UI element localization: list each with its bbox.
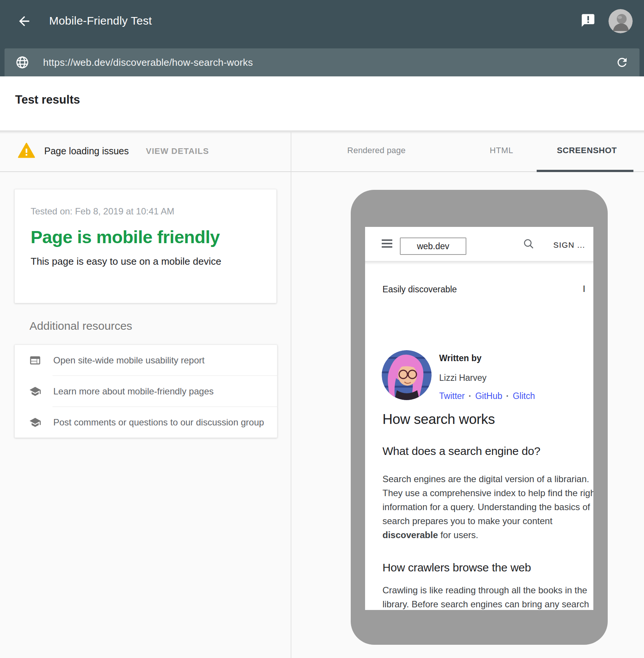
warning-icon bbox=[17, 141, 36, 160]
school-icon bbox=[29, 416, 41, 428]
refresh-icon[interactable] bbox=[615, 56, 629, 69]
github-link: GitHub bbox=[475, 391, 502, 401]
panel-divider bbox=[291, 130, 291, 658]
author-avatar bbox=[382, 350, 432, 400]
article-paragraph-2: Crawling is like reading through all the… bbox=[382, 583, 587, 610]
url-bar[interactable]: https://web.dev/discoverable/how-search-… bbox=[5, 48, 639, 76]
title-band: Test results bbox=[0, 76, 644, 130]
article-heading-2: How crawlers browse the web bbox=[382, 561, 531, 574]
verdict-heading: Page is mobile friendly bbox=[31, 227, 263, 247]
tab-rendered-page[interactable]: Rendered page bbox=[325, 146, 428, 155]
warning-label: Page loading issues bbox=[44, 146, 129, 157]
view-details-link[interactable]: VIEW DETAILS bbox=[146, 146, 209, 156]
user-avatar[interactable] bbox=[608, 9, 633, 33]
breadcrumb: Easily discoverable bbox=[382, 284, 457, 295]
resource-learn-more[interactable]: Learn more about mobile-friendly pages bbox=[15, 376, 277, 407]
tab-html[interactable]: HTML bbox=[473, 146, 530, 155]
resource-usability-report[interactable]: Open site-wide mobile usability report bbox=[15, 345, 277, 376]
screenshot-appbar: web.dev SIGN ... bbox=[365, 227, 593, 261]
site-name: web.dev bbox=[417, 241, 449, 251]
resource-label: Open site-wide mobile usability report bbox=[53, 355, 204, 366]
back-arrow-icon[interactable] bbox=[17, 14, 32, 29]
resource-label: Post comments or questions to our discus… bbox=[53, 417, 264, 428]
app-header: Mobile-Friendly Test bbox=[0, 0, 644, 76]
article-paragraph-1: Search engines are the digital version o… bbox=[382, 472, 587, 542]
tab-screenshot[interactable]: SCREENSHOT bbox=[544, 146, 630, 155]
resource-discussion-group[interactable]: Post comments or questions to our discus… bbox=[15, 407, 277, 438]
sign-in-label: SIGN ... bbox=[553, 241, 585, 250]
emphasized-word: discoverable bbox=[382, 530, 438, 540]
additional-resources-card: Open site-wide mobile usability report L… bbox=[14, 345, 277, 438]
article-title: How search works bbox=[382, 411, 495, 427]
feedback-icon[interactable] bbox=[581, 13, 596, 28]
written-by-label: Written by bbox=[439, 353, 481, 363]
url-text: https://web.dev/discoverable/how-search-… bbox=[43, 57, 615, 68]
menu-icon bbox=[382, 239, 392, 248]
mobile-friendly-test-app: Mobile-Friendly Test bbox=[0, 0, 644, 658]
twitter-link: Twitter bbox=[439, 391, 465, 401]
link-separator: · bbox=[506, 391, 509, 401]
tested-on-timestamp: Tested on: Feb 8, 2019 at 10:41 AM bbox=[31, 206, 263, 217]
verdict-description: This page is easy to use on a mobile dev… bbox=[31, 256, 263, 267]
resource-label: Learn more about mobile-friendly pages bbox=[53, 386, 214, 397]
results-area: Page loading issues VIEW DETAILS Rendere… bbox=[0, 130, 644, 658]
site-logo-box: web.dev bbox=[400, 237, 466, 255]
search-icon bbox=[523, 238, 534, 250]
link-separator: · bbox=[469, 391, 472, 401]
school-icon bbox=[29, 385, 41, 397]
appbar-shadow bbox=[365, 261, 593, 265]
active-tab-indicator bbox=[537, 170, 633, 172]
clipped-element-char: I bbox=[583, 284, 585, 294]
glitch-link: Glitch bbox=[513, 391, 535, 401]
page-title: Test results bbox=[15, 93, 80, 107]
app-title: Mobile-Friendly Test bbox=[49, 14, 152, 27]
phone-mockup: web.dev SIGN ... Easily discoverable I bbox=[351, 190, 608, 645]
test-result-card: Tested on: Feb 8, 2019 at 10:41 AM Page … bbox=[14, 189, 277, 303]
article-heading-1: What does a search engine do? bbox=[382, 445, 540, 458]
author-name: Lizzi Harvey bbox=[439, 373, 486, 383]
web-report-icon bbox=[29, 354, 41, 366]
globe-icon bbox=[15, 55, 29, 70]
additional-resources-heading: Additional resources bbox=[29, 320, 132, 332]
author-links: Twitter·GitHub·Glitch bbox=[439, 391, 535, 401]
phone-screen-screenshot: web.dev SIGN ... Easily discoverable I bbox=[365, 227, 593, 610]
